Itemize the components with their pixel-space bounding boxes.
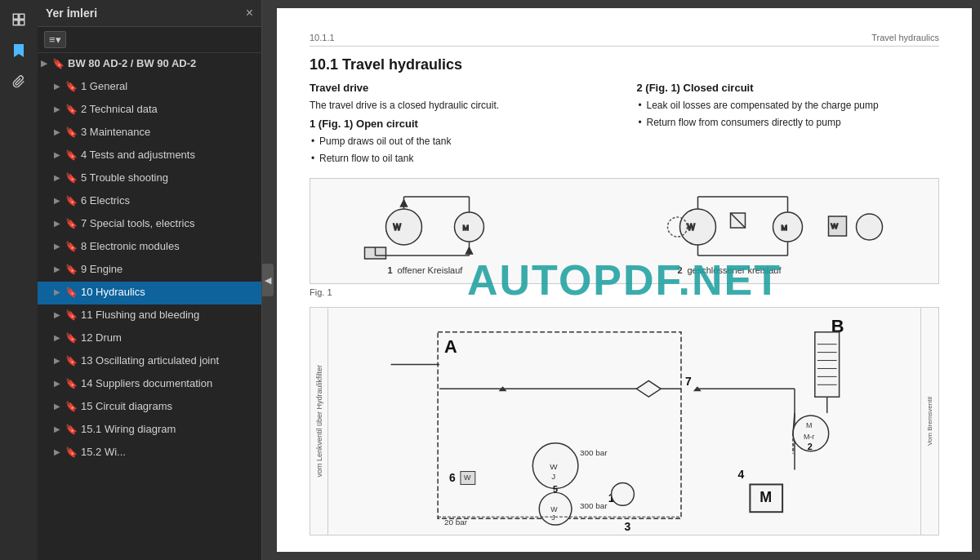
arrow-icon: ▶ — [54, 356, 65, 365]
svg-rect-37 — [438, 332, 681, 518]
svg-marker-59 — [636, 380, 661, 397]
svg-text:J: J — [551, 472, 555, 481]
tree-item-4[interactable]: ▶ 🔖 4 Tests and adjustments — [38, 144, 261, 167]
arrow-icon: ▶ — [54, 196, 65, 205]
svg-point-10 — [455, 212, 484, 242]
svg-text:2: 2 — [678, 265, 683, 275]
svg-text:300 bar: 300 bar — [580, 501, 608, 510]
tree-item-label: 9 Engine — [81, 263, 122, 277]
svg-point-21 — [773, 212, 803, 242]
tree-item-label: 11 Flushing and bleeding — [81, 309, 199, 322]
tree-item-6[interactable]: ▶ 🔖 6 Electrics — [38, 190, 261, 213]
tree-item-label: 7 Special tools, electrics — [81, 217, 194, 231]
tree-item-1[interactable]: ▶ 🔖 1 General — [38, 76, 261, 99]
bookmark-icon: 🔖 — [65, 447, 78, 458]
tree-item-8[interactable]: ▶ 🔖 8 Electronic modules — [38, 236, 261, 259]
svg-point-4 — [386, 209, 422, 245]
arrow-icon: ▶ — [54, 287, 65, 296]
arrow-icon: ▶ — [41, 59, 52, 68]
closed-circuit-bullet-1: Leak oil losses are compensated by the c… — [637, 98, 940, 113]
svg-text:geschlossener kreislauf: geschlossener kreislauf — [688, 265, 782, 275]
tree-item-label: 8 Electronic modules — [81, 240, 180, 254]
svg-text:A: A — [444, 336, 457, 357]
sidebar-close-button[interactable]: × — [246, 7, 253, 20]
diagram-bottom: vom Lenkventil über Hydraulikfilter Vom … — [310, 307, 939, 536]
svg-point-54 — [612, 482, 635, 505]
tree-item-11[interactable]: ▶ 🔖 11 Flushing and bleeding — [38, 304, 261, 327]
svg-rect-3 — [20, 20, 24, 25]
diagram-top: W M 1 — [310, 178, 939, 284]
bookmark-icon: 🔖 — [65, 424, 78, 435]
tree-item-2[interactable]: ▶ 🔖 2 Technical data — [38, 99, 261, 122]
svg-text:4: 4 — [738, 468, 745, 481]
tree-item-7[interactable]: ▶ 🔖 7 Special tools, electrics — [38, 213, 261, 236]
page-header-right: Travel hydraulics — [871, 33, 939, 42]
svg-text:W: W — [464, 473, 471, 482]
travel-drive-text: The travel drive is a closed hydraulic c… — [310, 98, 612, 113]
bookmark-icon: 🔖 — [65, 127, 78, 138]
arrow-icon: ▶ — [54, 150, 65, 159]
open-circuit-bullet-2: Return flow to oil tank — [310, 151, 612, 166]
tree-item-label: 4 Tests and adjustments — [81, 149, 195, 162]
tree-item-label: 15.1 Wiring diagram — [81, 423, 176, 437]
open-circuit-title: 1 (Fig. 1) Open circuit — [310, 118, 612, 130]
svg-text:300 bar: 300 bar — [580, 448, 608, 457]
tree-item-label: 6 Electrics — [81, 194, 130, 208]
arrow-icon: ▶ — [54, 242, 65, 251]
svg-text:2: 2 — [808, 442, 813, 451]
sidebar-title: Yer İmleri — [46, 7, 97, 20]
tree-item-9[interactable]: ▶ 🔖 9 Engine — [38, 259, 261, 282]
tree-item-15-2[interactable]: ▶ 🔖 15.2 Wi... — [38, 442, 261, 464]
tree-item-label: BW 80 AD-2 / BW 90 AD-2 — [68, 57, 196, 71]
left-toolbar — [0, 0, 38, 560]
arrow-icon: ▶ — [54, 219, 65, 228]
subsection-travel-drive: Travel drive — [310, 82, 612, 94]
col-right: 2 (Fig. 1) Closed circuit Leak oil losse… — [637, 82, 940, 168]
tree-item-15[interactable]: ▶ 🔖 15 Circuit diagrams — [38, 396, 261, 419]
tree-item-root[interactable]: ▶ 🔖 BW 80 AD-2 / BW 90 AD-2 — [38, 53, 261, 76]
arrow-icon: ▶ — [54, 104, 65, 113]
main-content: ◀ AUTOPDF.NET 10.1.1 Travel hydraulics 1… — [262, 0, 980, 560]
page-header: 10.1.1 Travel hydraulics — [310, 33, 939, 47]
svg-rect-0 — [13, 14, 18, 19]
fig-label: Fig. 1 — [310, 287, 939, 297]
tree-item-label: 3 Maintenance — [81, 126, 150, 140]
tree-item-label: 5 Trouble shooting — [81, 171, 168, 185]
layers-button[interactable] — [6, 7, 32, 33]
sidebar-collapse-button[interactable]: ◀ — [262, 264, 274, 296]
svg-text:1: 1 — [388, 265, 393, 275]
svg-rect-62 — [815, 332, 840, 397]
pdf-page: AUTOPDF.NET 10.1.1 Travel hydraulics 10.… — [277, 8, 972, 552]
bookmark-sidebar-button[interactable] — [6, 38, 32, 64]
svg-text:M: M — [760, 489, 772, 505]
svg-text:W: W — [550, 505, 558, 513]
svg-marker-15 — [401, 200, 408, 207]
arrow-icon: ▶ — [54, 402, 65, 411]
right-vertical-label-1: Vom Bremsventil — [926, 397, 933, 446]
arrow-icon: ▶ — [54, 333, 65, 342]
open-circuit-bullet-1: Pump draws oil out of the tank — [310, 134, 612, 149]
tree-item-12[interactable]: ▶ 🔖 12 Drum — [38, 327, 261, 350]
col-left: Travel drive The travel drive is a close… — [310, 82, 612, 168]
tree-item-14[interactable]: ▶ 🔖 14 Suppliers documentation — [38, 373, 261, 396]
tree-item-label: 2 Technical data — [81, 103, 158, 117]
tree-item-15-1[interactable]: ▶ 🔖 15.1 Wiring diagram — [38, 419, 261, 442]
tree-item-10[interactable]: ▶ 🔖 10 Hydraulics — [38, 282, 261, 304]
bookmark-icon: 🔖 — [65, 218, 78, 229]
tree-item-label: 10 Hydraulics — [81, 286, 145, 300]
svg-text:M: M — [463, 224, 470, 232]
sidebar-menu-button[interactable]: ≡▾ — [44, 31, 66, 48]
left-vertical-label: vom Lenkventil über Hydraulikfilter — [315, 365, 323, 478]
tree-item-5[interactable]: ▶ 🔖 5 Trouble shooting — [38, 167, 261, 190]
svg-rect-1 — [20, 14, 24, 19]
svg-text:3: 3 — [625, 520, 631, 533]
bookmark-icon: 🔖 — [65, 81, 78, 92]
bookmark-icon: 🔖 — [65, 309, 78, 321]
tree-item-label: 15.2 Wi... — [81, 446, 126, 460]
bookmark-icon: 🔖 — [65, 355, 78, 367]
arrow-icon: ▶ — [54, 310, 65, 319]
tree-item-3[interactable]: ▶ 🔖 3 Maintenance — [38, 122, 261, 144]
clip-button[interactable] — [6, 69, 32, 95]
svg-text:7: 7 — [685, 375, 692, 388]
tree-item-13[interactable]: ▶ 🔖 13 Oscillating articulated joint — [38, 350, 261, 373]
